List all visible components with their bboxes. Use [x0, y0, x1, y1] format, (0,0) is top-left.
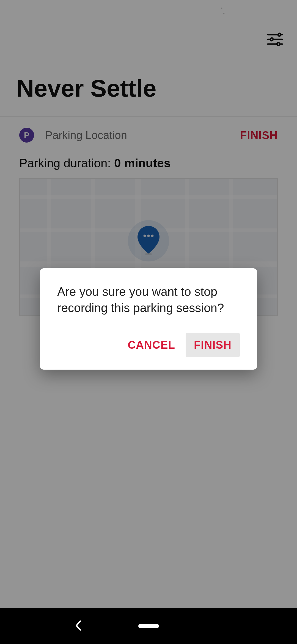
confirm-finish-button[interactable]: FINISH: [186, 333, 240, 357]
cancel-button[interactable]: CANCEL: [120, 333, 182, 357]
home-pill[interactable]: [138, 624, 159, 628]
dialog-message: Are you sure you want to stop recording …: [57, 283, 240, 316]
back-icon[interactable]: [74, 620, 82, 632]
dialog-actions: CANCEL FINISH: [57, 333, 240, 357]
system-nav-bar: [0, 608, 297, 644]
confirm-dialog: Are you sure you want to stop recording …: [40, 268, 257, 370]
